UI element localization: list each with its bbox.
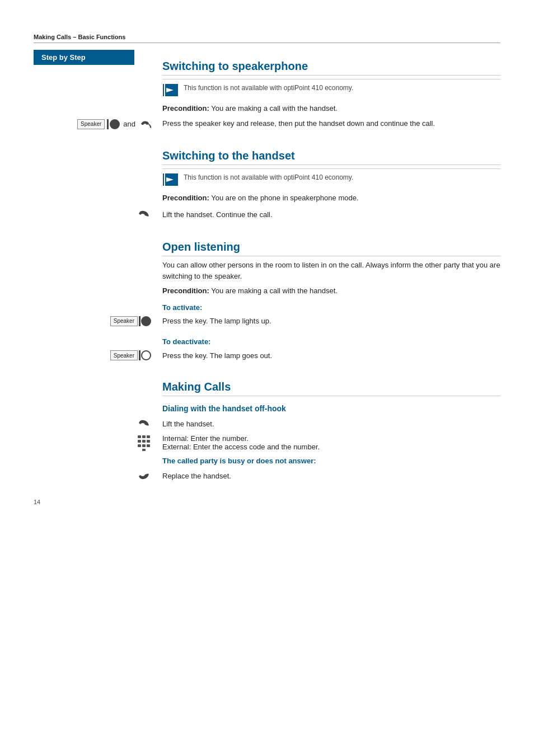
svg-rect-15 (138, 440, 141, 443)
speaker-key-label: Speaker (77, 119, 105, 129)
page-number: 14 (34, 499, 500, 505)
svg-rect-16 (142, 440, 146, 443)
striped-note-icon (162, 84, 178, 96)
handset-putdown-icon (139, 119, 151, 129)
svg-rect-19 (142, 444, 146, 447)
note-box-speakerphone: This function is not available with opti… (162, 79, 500, 100)
svg-rect-17 (147, 440, 150, 443)
lift-handset-icon (34, 208, 157, 220)
note-text-handset: This function is not available with opti… (184, 172, 353, 182)
section-title-handset: Switching to the handset (162, 149, 500, 165)
note-text-speakerphone: This function is not available with opti… (184, 83, 353, 93)
svg-rect-14 (147, 435, 150, 438)
section-title-making-calls: Making Calls (162, 381, 500, 396)
page-header: Making Calls – Basic Functions (34, 34, 500, 43)
section-title-open-listening: Open listening (162, 241, 500, 256)
note-box-handset: This function is not available with opti… (162, 168, 500, 189)
step-by-step-box: Step by Step (34, 50, 134, 65)
replace-handset-icon (34, 469, 157, 482)
striped-note-icon-2 (162, 173, 178, 186)
open-listening-description: You can allow other persons in the room … (162, 260, 500, 282)
replace-handset-text: Replace the handset. (157, 472, 500, 480)
lift-handset-text: Lift the handset. (157, 420, 500, 428)
svg-rect-18 (138, 444, 141, 447)
section-title-speakerphone: Switching to speakerphone (162, 60, 500, 76)
step-text-handset: Lift the handset. Continue the call. (157, 210, 500, 219)
precondition-speakerphone: Precondition: You are making a call with… (162, 103, 500, 114)
activate-label: To activate: (162, 302, 500, 313)
step-text-speakerphone: Press the speaker key and release, then … (157, 119, 500, 128)
speaker-activate-icon: Speaker (34, 316, 157, 326)
deactivate-text: Press the key. The lamp goes out. (157, 351, 500, 360)
lift-handset-icon-2 (34, 417, 157, 430)
busy-label: The called party is busy or does not ans… (162, 456, 500, 467)
keypad-icon (34, 434, 157, 451)
svg-rect-21 (142, 449, 146, 451)
deactivate-label: To deactivate: (162, 336, 500, 348)
precondition-handset: Precondition: You are on the phone in sp… (162, 192, 500, 204)
svg-rect-12 (138, 435, 141, 438)
precondition-open-listening: Precondition: You are making a call with… (162, 285, 500, 297)
activate-text: Press the key. The lamp lights up. (157, 317, 500, 325)
speaker-and-icon: Speaker and (34, 119, 157, 129)
svg-rect-20 (147, 444, 150, 447)
svg-rect-13 (142, 435, 146, 438)
and-label: and (123, 120, 135, 128)
speaker-deactivate-icon: Speaker (34, 350, 157, 360)
keypad-text: Internal: Enter the number.External: Ent… (157, 434, 500, 451)
subsection-title-dialing: Dialing with the handset off-hook (162, 404, 500, 413)
